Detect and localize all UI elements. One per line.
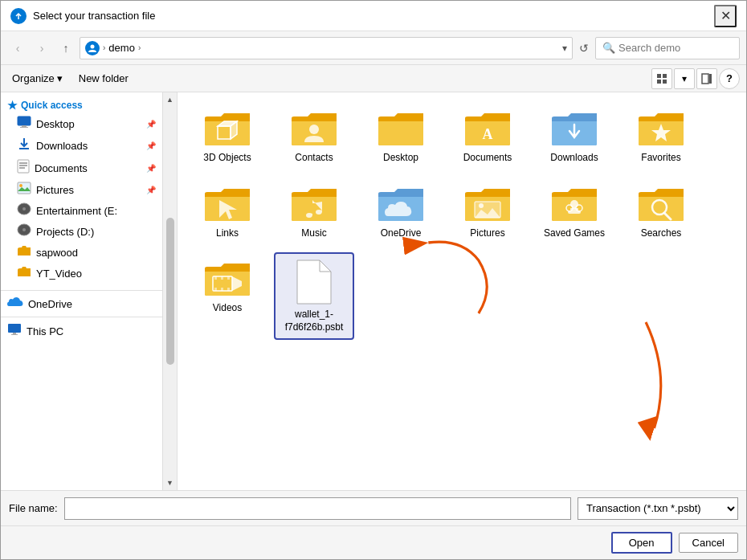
up-button[interactable]: ↑: [55, 38, 76, 59]
folder-pictures-icon: [463, 184, 512, 224]
folder-searches-icon: [637, 184, 685, 224]
folder-videos[interactable]: Videos: [187, 252, 267, 340]
new-folder-button[interactable]: New folder: [74, 71, 133, 86]
search-input[interactable]: [618, 42, 747, 54]
view-grid-button[interactable]: [651, 68, 672, 89]
sidebar-item-projects[interactable]: Projects (D:): [1, 221, 162, 242]
sidebar-item-desktop[interactable]: Desktop 📌: [1, 113, 162, 134]
svg-point-20: [22, 228, 26, 231]
sapwood-label: sapwood: [36, 247, 156, 259]
folder-links-label: Links: [216, 227, 239, 240]
cancel-button[interactable]: Cancel: [679, 533, 738, 553]
folder-3d-objects[interactable]: 3D Objects: [187, 102, 267, 171]
quick-access-section: ★ Quick access Desktop 📌: [1, 92, 162, 287]
file-grid: 3D Objects Contacts: [187, 102, 737, 340]
filetype-select[interactable]: Transaction (*.txn *.psbt) All Files (*.…: [578, 497, 738, 520]
sidebar-item-onedrive[interactable]: OneDrive: [1, 294, 162, 313]
sidebar-divider-2: [1, 317, 162, 317]
svg-rect-49: [227, 288, 230, 291]
quick-access-star-icon: ★: [7, 99, 18, 112]
folder-contacts[interactable]: Contacts: [274, 102, 354, 171]
forward-button[interactable]: ›: [31, 38, 52, 59]
folder-favorites[interactable]: Favorites: [621, 102, 701, 171]
folder-music[interactable]: Music: [274, 178, 354, 247]
sidebar-item-pictures[interactable]: Pictures 📌: [1, 179, 162, 200]
open-button[interactable]: Open: [611, 532, 672, 554]
svg-point-34: [570, 200, 578, 208]
address-bar[interactable]: › demo › ▾: [80, 37, 573, 59]
ytvideo-label: YT_Video: [36, 268, 156, 280]
help-button[interactable]: ?: [719, 68, 740, 89]
svg-rect-9: [22, 125, 27, 127]
scroll-up-button[interactable]: ▲: [163, 92, 177, 107]
svg-rect-11: [18, 160, 29, 173]
scroll-down-button[interactable]: ▼: [163, 476, 177, 490]
folder-contacts-icon: [290, 108, 338, 149]
svg-rect-5: [663, 80, 667, 84]
folder-music-label: Music: [301, 227, 326, 240]
desktop-icon: [17, 116, 31, 132]
pin-icon-documents: 📌: [146, 164, 156, 173]
pin-icon-downloads: 📌: [146, 141, 156, 150]
navigation-toolbar: ‹ › ↑ › demo › ▾ ↺ 🔍: [1, 31, 746, 65]
view-controls: ▾ ?: [651, 68, 740, 89]
svg-rect-45: [214, 288, 217, 291]
documents-sidebar-icon: [17, 159, 30, 177]
folder-saved-games[interactable]: Saved Games: [534, 178, 614, 247]
folder-searches[interactable]: Searches: [621, 178, 701, 247]
folder-3d-objects-label: 3D Objects: [203, 152, 251, 165]
desktop-label: Desktop: [36, 118, 140, 130]
file-area: 3D Objects Contacts: [178, 92, 746, 490]
entertainment-icon: [17, 202, 31, 219]
sidebar-item-entertainment[interactable]: Entertainment (E:: [1, 200, 162, 221]
svg-rect-22: [13, 333, 16, 334]
new-folder-label: New folder: [79, 72, 129, 84]
file-wallet-psbt[interactable]: wallet_1-f7d6f26b.psbt: [274, 252, 354, 340]
quick-access-header: ★ Quick access: [1, 96, 162, 113]
svg-point-1: [91, 44, 95, 48]
sidebar-scrollbar: ▲ ▼: [162, 92, 177, 490]
downloads-label: Downloads: [36, 140, 140, 152]
current-path: demo: [108, 42, 135, 54]
folder-documents[interactable]: A Documents: [447, 102, 528, 171]
folder-links[interactable]: Links: [187, 178, 267, 247]
projects-icon: [17, 223, 31, 239]
onedrive-icon: [7, 296, 23, 311]
chevron-icon-2: ›: [138, 43, 141, 52]
psbt-file-icon: [296, 259, 333, 305]
folder-saved-games-icon: [550, 184, 598, 224]
svg-point-16: [19, 184, 22, 187]
thispc-label: This PC: [27, 325, 156, 337]
sidebar-item-thispc[interactable]: This PC: [1, 321, 162, 341]
pictures-sidebar-icon: [17, 182, 31, 198]
search-box: 🔍: [595, 37, 740, 59]
folder-favorites-label: Favorites: [641, 152, 680, 165]
svg-rect-2: [657, 74, 661, 78]
folder-videos-label: Videos: [213, 302, 242, 315]
title-bar: Select your transaction file ✕: [1, 1, 746, 31]
sapwood-icon: [17, 244, 31, 260]
folder-downloads[interactable]: Downloads: [534, 102, 614, 171]
folder-pictures[interactable]: Pictures: [447, 178, 528, 247]
close-button[interactable]: ✕: [714, 5, 737, 27]
path-dropdown-button[interactable]: ▾: [562, 43, 567, 54]
sidebar-item-downloads[interactable]: Downloads 📌: [1, 134, 162, 157]
preview-pane-button[interactable]: [696, 68, 717, 89]
downloads-sidebar-icon: [17, 137, 31, 154]
sidebar-item-ytvideo[interactable]: YT_Video: [1, 263, 162, 284]
svg-point-18: [22, 207, 26, 211]
back-button[interactable]: ‹: [7, 38, 28, 59]
app-icon: [10, 8, 27, 24]
folder-desktop[interactable]: Desktop: [361, 102, 441, 171]
folder-onedrive[interactable]: OneDrive: [361, 178, 441, 247]
scrollbar-thumb[interactable]: [166, 218, 174, 366]
view-dropdown-button[interactable]: ▾: [674, 68, 695, 89]
folder-downloads-icon: [550, 108, 598, 149]
sidebar-item-documents[interactable]: Documents 📌: [1, 157, 162, 179]
organize-button[interactable]: Organize ▾: [7, 71, 67, 86]
filename-input[interactable]: [64, 497, 571, 520]
user-icon: [85, 41, 100, 55]
search-icon: 🔍: [602, 42, 615, 54]
refresh-button[interactable]: ↺: [576, 40, 592, 56]
sidebar-item-sapwood[interactable]: sapwood: [1, 242, 162, 263]
